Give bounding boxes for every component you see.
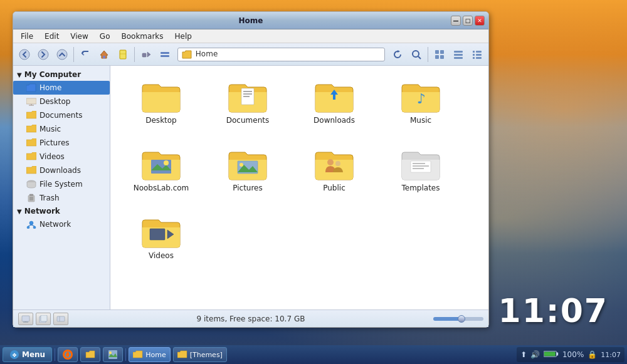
svg-rect-53: [413, 163, 425, 164]
taskbar-window-home[interactable]: Home: [129, 347, 170, 362]
minimize-button[interactable]: —: [451, 16, 461, 26]
undo-button[interactable]: [76, 46, 94, 63]
maximize-button[interactable]: □: [463, 16, 473, 26]
sidebar-network-label: Network: [40, 220, 71, 229]
back-button[interactable]: [16, 46, 33, 63]
forward-button[interactable]: [34, 46, 52, 63]
svg-point-49: [240, 163, 243, 167]
file-item-pictures[interactable]: Pictures: [207, 143, 288, 206]
sidebar-network-header[interactable]: ▼ Network: [13, 205, 110, 217]
tray-volume-icon[interactable]: 🔊: [530, 350, 540, 359]
status-btn-1[interactable]: [18, 313, 33, 325]
zoom-slider-container: [433, 317, 483, 321]
location-text: Home: [182, 49, 218, 59]
file-item-documents[interactable]: Documents: [207, 76, 288, 138]
svg-rect-4: [120, 50, 126, 59]
detail-view-button[interactable]: [468, 46, 486, 63]
file-label-public: Public: [323, 184, 345, 192]
quicklaunch-image[interactable]: [103, 347, 123, 362]
svg-point-46: [164, 160, 169, 165]
file-item-music[interactable]: ♪ Music: [380, 76, 461, 138]
status-btn-3[interactable]: [53, 313, 68, 325]
svg-rect-17: [454, 54, 463, 56]
sidebar-trash-label: Trash: [40, 194, 60, 202]
home-sidebar-icon: [26, 82, 37, 93]
file-area: Desktop Documents: [110, 66, 488, 309]
bookmark-button[interactable]: [114, 46, 132, 63]
toolbar: Home: [13, 43, 488, 66]
file-item-noobslab[interactable]: NoobsLab.com: [120, 143, 202, 206]
prev-button[interactable]: [137, 46, 155, 63]
sidebar-item-music[interactable]: Music: [13, 122, 110, 136]
desktop-clock: 11:07: [498, 292, 608, 330]
svg-point-1: [38, 49, 48, 60]
file-label-downloads: Downloads: [314, 116, 355, 125]
file-item-desktop[interactable]: Desktop: [120, 76, 202, 138]
sidebar-item-network[interactable]: Network: [13, 217, 110, 231]
menu-help[interactable]: Help: [170, 31, 197, 42]
taskbar-window-themes[interactable]: [Themes]: [173, 347, 227, 362]
menu-edit[interactable]: Edit: [40, 31, 64, 42]
taskbar-sep-1: [55, 348, 55, 361]
start-button[interactable]: ❖ Menu: [3, 347, 52, 362]
svg-point-51: [335, 161, 340, 166]
file-item-videos[interactable]: Videos: [120, 211, 202, 274]
svg-point-0: [19, 49, 29, 60]
sidebar-item-filesystem[interactable]: File System: [13, 177, 110, 191]
music-sidebar-icon: [26, 123, 37, 135]
svg-marker-9: [398, 50, 400, 53]
sidebar-item-home[interactable]: Home: [13, 81, 110, 95]
file-item-public[interactable]: Public: [293, 143, 375, 206]
list-view-button[interactable]: [450, 46, 467, 63]
tray-battery-icon: [544, 350, 559, 360]
quicklaunch-files[interactable]: [80, 347, 100, 362]
tray-network-icon[interactable]: ⬆: [520, 350, 527, 359]
sidebar-item-documents[interactable]: Documents: [13, 108, 110, 122]
quicklaunch-firefox[interactable]: [58, 347, 78, 362]
home-button[interactable]: [95, 46, 113, 63]
sidebar-item-pictures[interactable]: Pictures: [13, 136, 110, 150]
location-toggle-button[interactable]: [156, 46, 174, 63]
svg-rect-39: [243, 91, 252, 92]
svg-rect-58: [22, 316, 29, 321]
reload-button[interactable]: [389, 46, 406, 63]
zoom-slider[interactable]: [433, 317, 483, 321]
svg-rect-73: [557, 352, 559, 355]
file-label-noobslab: NoobsLab.com: [134, 184, 189, 192]
sidebar-filesystem-label: File System: [40, 180, 83, 189]
sidebar-item-desktop[interactable]: Desktop: [13, 95, 110, 108]
sidebar-mycomputer-header[interactable]: ▼ My Computer: [13, 68, 110, 81]
menu-file[interactable]: File: [16, 31, 38, 42]
up-button[interactable]: [53, 46, 71, 63]
close-button[interactable]: ✕: [475, 16, 485, 26]
svg-point-50: [327, 159, 334, 165]
file-label-templates: Templates: [401, 184, 440, 192]
tray-time: 11:07: [601, 351, 621, 359]
sidebar-item-downloads[interactable]: Downloads: [13, 164, 110, 177]
file-item-templates[interactable]: Templates: [380, 143, 461, 206]
menu-go[interactable]: Go: [95, 31, 115, 42]
tray-security-icon[interactable]: 🔒: [587, 350, 597, 359]
icons-view-button[interactable]: [431, 46, 448, 63]
svg-rect-8: [161, 55, 169, 57]
zoom-handle[interactable]: [458, 315, 465, 323]
svg-rect-62: [41, 315, 47, 321]
trash-sidebar-icon: [26, 192, 37, 204]
svg-rect-3: [103, 56, 105, 58]
svg-rect-7: [161, 52, 169, 54]
sidebar-item-trash[interactable]: Trash: [13, 191, 110, 205]
svg-rect-12: [435, 50, 439, 54]
svg-point-71: [109, 351, 112, 354]
file-item-downloads[interactable]: Downloads: [293, 76, 375, 138]
menu-view[interactable]: View: [65, 31, 93, 42]
search-button[interactable]: [408, 46, 425, 63]
mycomputer-label: My Computer: [24, 70, 81, 79]
svg-rect-20: [476, 51, 482, 53]
svg-rect-40: [243, 93, 252, 95]
svg-rect-24: [476, 57, 482, 59]
sidebar-item-videos[interactable]: Videos: [13, 150, 110, 164]
svg-point-33: [29, 221, 33, 225]
status-btn-2[interactable]: [36, 313, 51, 325]
window-title: Home: [51, 16, 451, 25]
menu-bookmarks[interactable]: Bookmarks: [116, 31, 168, 42]
